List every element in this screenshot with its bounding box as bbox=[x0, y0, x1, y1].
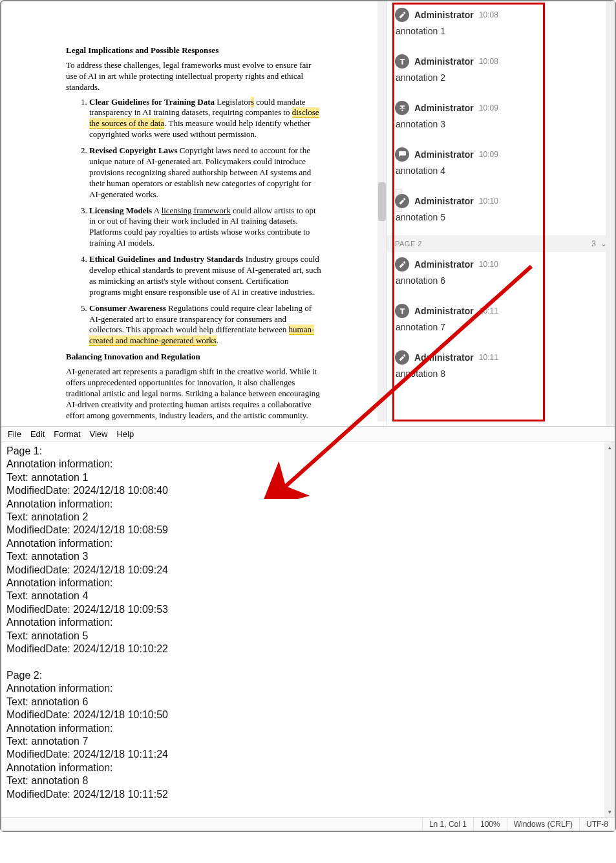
annotation-user: Administrator bbox=[414, 352, 474, 363]
annotation-text: annotation 7 bbox=[395, 322, 607, 332]
annotation-user: Administrator bbox=[414, 103, 474, 113]
document-content: Legal Implications and Possible Response… bbox=[8, 8, 380, 426]
annotation-time: 10:08 bbox=[479, 57, 498, 66]
annotation-text: annotation 4 bbox=[395, 165, 607, 176]
annotation-item[interactable]: Administrator10:08annotation 2 bbox=[387, 49, 615, 96]
annotation-user: Administrator bbox=[414, 149, 474, 160]
ordered-list: Clear Guidelines for Training Data Legis… bbox=[66, 97, 322, 347]
annotation-user: Administrator bbox=[414, 10, 474, 20]
status-encoding: UTF-8 bbox=[579, 818, 615, 831]
annotation-type-icon bbox=[395, 147, 409, 162]
annotations-pane: Administrator10:08annotation 1Administra… bbox=[387, 1, 615, 426]
annotation-time: 10:10 bbox=[479, 197, 498, 206]
annotation-time: 10:09 bbox=[479, 103, 498, 112]
menu-file[interactable]: File bbox=[8, 429, 21, 439]
page-separator[interactable]: PAGE 23⌄ bbox=[387, 235, 615, 252]
document-scrollbar[interactable] bbox=[377, 1, 387, 421]
paragraph-balance-1: AI-generated art represents a paradigm s… bbox=[66, 367, 322, 421]
annotation-text: annotation 3 bbox=[395, 119, 607, 129]
annotation-text: annotation 6 bbox=[395, 275, 607, 286]
annotation-user: Administrator bbox=[414, 259, 474, 270]
heading-balance: Balancing Innovation and Regulation bbox=[66, 352, 322, 363]
scroll-up-icon[interactable]: ▴ bbox=[604, 442, 615, 453]
list-item: Ethical Guidelines and Industry Standard… bbox=[89, 254, 322, 298]
annotation-type-icon bbox=[395, 350, 409, 365]
annotations-scrollbar[interactable] bbox=[606, 1, 615, 426]
menu-view[interactable]: View bbox=[90, 429, 108, 439]
annotation-time: 10:10 bbox=[479, 260, 498, 269]
list-item: Consumer Awareness Regulations could req… bbox=[89, 303, 322, 347]
annotation-type-icon bbox=[395, 257, 409, 272]
page-count: 3 bbox=[591, 239, 596, 248]
annotation-type-icon bbox=[395, 54, 409, 69]
annotation-type-icon bbox=[395, 304, 409, 318]
annotation-user: Administrator bbox=[414, 196, 474, 206]
annotation-text: annotation 5 bbox=[395, 212, 607, 222]
status-line-ending: Windows (CRLF) bbox=[507, 818, 579, 831]
annotation-type-icon bbox=[395, 194, 409, 208]
document-pane: Legal Implications and Possible Response… bbox=[1, 1, 387, 426]
status-zoom: 100% bbox=[473, 818, 507, 831]
list-item: Clear Guidelines for Training Data Legis… bbox=[89, 97, 322, 141]
annotation-text: annotation 1 bbox=[395, 26, 607, 36]
menu-edit[interactable]: Edit bbox=[30, 429, 45, 439]
annotation-item[interactable]: Administrator10:09annotation 4 bbox=[387, 142, 615, 189]
annotation-text: annotation 8 bbox=[395, 368, 607, 379]
annotation-time: 10:08 bbox=[479, 10, 498, 19]
list-item: Licensing Models A licensing framework c… bbox=[89, 206, 322, 250]
annotation-type-icon bbox=[395, 101, 409, 115]
menu-help[interactable]: Help bbox=[116, 429, 134, 439]
page-label: PAGE 2 bbox=[395, 240, 422, 248]
annotation-text: annotation 2 bbox=[395, 72, 607, 83]
menu-bar: File Edit Format View Help bbox=[1, 427, 615, 442]
annotation-time: 10:09 bbox=[479, 150, 498, 159]
notepad-scrollbar[interactable]: ▴ ▾ bbox=[604, 442, 615, 817]
annotation-item[interactable]: Administrator10:10annotation 5 bbox=[387, 189, 615, 235]
list-item: Revised Copyright Laws Copyright laws ne… bbox=[89, 145, 322, 200]
annotation-item[interactable]: Administrator10:10annotation 6 bbox=[387, 252, 615, 299]
annotation-item[interactable]: Administrator10:11annotation 7 bbox=[387, 299, 615, 345]
annotation-item[interactable]: Administrator10:11annotation 8 bbox=[387, 345, 615, 392]
scroll-down-icon[interactable]: ▾ bbox=[604, 807, 615, 817]
annotation-type-icon bbox=[395, 8, 409, 22]
annotation-item[interactable]: Administrator10:09annotation 3 bbox=[387, 96, 615, 142]
annotation-user: Administrator bbox=[414, 306, 474, 316]
status-bar: Ln 1, Col 1 100% Windows (CRLF) UTF-8 bbox=[1, 817, 615, 831]
scrollbar-thumb[interactable] bbox=[378, 182, 386, 221]
menu-format[interactable]: Format bbox=[54, 429, 80, 439]
annotation-item[interactable]: Administrator10:08annotation 1 bbox=[387, 3, 615, 49]
annotation-time: 10:11 bbox=[479, 306, 498, 315]
paragraph-intro: To address these challenges, legal frame… bbox=[66, 60, 322, 93]
notepad-text-area[interactable]: Page 1: Annotation information: Text: an… bbox=[1, 442, 615, 817]
annotation-time: 10:11 bbox=[479, 353, 498, 362]
annotation-user: Administrator bbox=[414, 56, 474, 67]
notepad-window: File Edit Format View Help Page 1: Annot… bbox=[1, 426, 615, 831]
underline-text: licensing framework bbox=[162, 206, 231, 215]
status-position: Ln 1, Col 1 bbox=[422, 818, 473, 831]
heading-legal: Legal Implications and Possible Response… bbox=[66, 45, 322, 56]
